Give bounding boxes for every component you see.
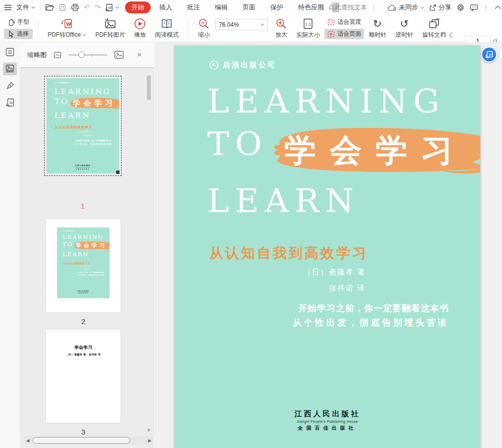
pdf-to-office-button[interactable]: W PDF转Office: [43, 16, 91, 40]
reading-mode-button[interactable]: 阅读模式: [150, 16, 183, 40]
publisher-block: 江西人民出版社 Jiangxi People's Publishing Hous…: [175, 409, 480, 432]
sidebar-horizontal-scrollbar[interactable]: ◀ ▶: [24, 436, 154, 445]
thumbnail-page-2[interactable]: 后浪出版公司 LEARNING TO 学会学习 LEARN 从认知自我到高效学习…: [46, 219, 121, 312]
pdf-to-image-icon: [104, 18, 117, 30]
zoom-out-label: 缩小: [198, 31, 210, 39]
word-doc-icon: W: [105, 3, 113, 12]
sync-status-label: 未同步: [399, 3, 418, 12]
tab-annotate[interactable]: 批注: [181, 1, 206, 13]
pdf-to-image-button[interactable]: PDF转图片: [91, 16, 129, 40]
export-word-button[interactable]: W: [105, 3, 120, 12]
hamburger-menu-icon[interactable]: [4, 4, 12, 11]
tab-edit[interactable]: 编辑: [208, 1, 234, 13]
select-tool-label: 选择: [17, 30, 29, 38]
sidebar-vertical-scrollbar[interactable]: [147, 75, 151, 100]
convert-to-word-float-button[interactable]: W: [481, 47, 497, 62]
zoom-in-icon: [275, 18, 287, 30]
cover-tagline-1: 开始学习之前，你一定要翻看这本书: [70, 272, 104, 274]
open-book-icon: [160, 18, 173, 30]
play-button[interactable]: 播放: [129, 16, 150, 40]
export-word-panel-button[interactable]: W: [3, 96, 17, 109]
thumbnail-panel-button[interactable]: [3, 62, 17, 75]
rotate-counterclockwise-button[interactable]: ↺ 逆时针: [391, 16, 418, 40]
cover-translator: 张祎诺 译: [63, 269, 90, 270]
share-button[interactable]: 分享: [429, 3, 451, 12]
actual-size-label: 实际大小: [296, 31, 320, 39]
undo-icon[interactable]: ↶: [84, 3, 90, 12]
document-viewer[interactable]: 后浪出版公司 LEARNING TO 学会学习 LEARN 从认知自我到高效学习…: [154, 42, 502, 448]
cover-translator: 张祎诺 译: [55, 135, 92, 137]
publisher-name-en: Jiangxi People's Publishing House: [175, 420, 480, 423]
outline-panel-button[interactable]: [3, 46, 17, 58]
scroll-left-arrow[interactable]: ◀: [24, 438, 32, 443]
tab-home[interactable]: 开始: [125, 1, 151, 13]
title-chinese: 学会学习: [76, 243, 107, 248]
svg-text:W: W: [489, 53, 492, 56]
cover-tagline-1: 开始学习之前，你一定要翻看这本书: [64, 139, 112, 142]
divider: [40, 3, 41, 11]
file-menu[interactable]: 文件: [16, 3, 36, 12]
settings-gear-icon[interactable]: [456, 3, 465, 12]
menubar: 文件 ↶ ↷ W 开始 插入 批注 编辑 页面 保护 特色应用 › 点此查找文本…: [0, 0, 502, 15]
collapse-ribbon-icon[interactable]: [495, 5, 501, 9]
annotation-panel-button[interactable]: [3, 79, 17, 92]
thumbnail-cover-2: 后浪出版公司 LEARNING TO 学会学习 LEARN 从认知自我到高效学习…: [57, 227, 110, 298]
word-doc-icon: W: [6, 98, 14, 107]
chevron-left-icon: [448, 32, 454, 39]
title-line-3: LEARN: [55, 112, 91, 119]
actual-size-button[interactable]: 1:1 实际大小: [292, 16, 324, 40]
close-panel-icon[interactable]: ×: [137, 50, 142, 60]
menubar-right-cluster: 未同步 分享 ⋮: [387, 0, 501, 15]
thumbnail-list: 后浪出版公司 LEARNING TO 学会学习 LEARN 从认知自我到高效学习…: [20, 68, 154, 436]
scroll-right-arrow[interactable]: ▶: [146, 438, 154, 443]
svg-text:W: W: [108, 6, 112, 10]
search-box[interactable]: 点此查找文本 ⋮: [317, 0, 377, 15]
hand-tool-button[interactable]: 手型: [4, 17, 33, 27]
zoom-out-button[interactable]: 缩小: [193, 16, 214, 40]
thumbnail-cover-1: 后浪出版公司 LEARNING TO 学会学习 LEARN 从认知自我到高效学习…: [47, 78, 119, 173]
thumbnail-page-1[interactable]: 后浪出版公司 LEARNING TO 学会学习 LEARN 从认知自我到高效学习…: [44, 76, 122, 176]
zoom-in-button[interactable]: 放大: [271, 16, 292, 40]
rotate-clockwise-label: 顺时针: [369, 31, 386, 39]
title-line-2: TO: [55, 98, 69, 106]
page-number-label: 3: [45, 428, 122, 436]
sync-status-button[interactable]: 未同步: [387, 3, 424, 12]
fit-page-button[interactable]: 适合页面: [324, 29, 364, 39]
scroll-down-arrow[interactable]: ▼: [145, 426, 153, 434]
thumbnail-page-3[interactable]: 学会学习 （日）斋藤孝 著，张祎诺 译: [46, 330, 121, 423]
more-options-icon[interactable]: ⋮: [483, 4, 490, 11]
tab-page[interactable]: 页面: [236, 1, 262, 13]
redo-icon[interactable]: ↷: [95, 3, 101, 12]
select-tool-button[interactable]: 选择: [4, 29, 33, 39]
rotate-clockwise-button[interactable]: ↺ 顺时针: [364, 16, 391, 40]
cursor-icon: [7, 30, 14, 38]
page-number-label: 2: [45, 317, 122, 326]
horizontal-scroll-thumb[interactable]: [33, 437, 130, 444]
feedback-comment-icon[interactable]: [470, 4, 478, 11]
small-thumbnail-icon[interactable]: [54, 52, 62, 58]
collapsed-panel-handle[interactable]: [499, 49, 502, 60]
word-export-icon: W: [485, 51, 494, 59]
fit-mode-group: 适合宽度 适合页面: [324, 16, 364, 40]
panel-title: 缩略图: [27, 51, 47, 59]
zoom-in-label: 放大: [275, 31, 287, 39]
fit-width-button[interactable]: 适合宽度: [324, 17, 364, 27]
slider-knob[interactable]: [78, 52, 85, 58]
zoom-level-select[interactable]: 76.04%: [215, 19, 268, 30]
sidebar-icon-strip: W: [0, 42, 20, 448]
publisher-block: 江西人民出版社 Jiangxi People's Publishing Hous…: [47, 165, 119, 170]
thumbnail-size-slider[interactable]: [68, 52, 107, 58]
print-icon[interactable]: [71, 3, 79, 11]
open-file-icon[interactable]: [45, 3, 54, 11]
tab-protect[interactable]: 保护: [264, 1, 290, 13]
publisher-award: 全国百佳出版社: [175, 425, 480, 432]
play-label: 播放: [134, 31, 146, 39]
tab-insert[interactable]: 插入: [153, 1, 179, 13]
save-icon[interactable]: [59, 3, 66, 11]
fit-width-icon: [327, 19, 335, 26]
selection-handle[interactable]: [116, 170, 120, 174]
svg-text:W: W: [9, 101, 13, 105]
rotate-document-icon: [428, 18, 440, 30]
large-thumbnail-icon[interactable]: [114, 51, 124, 59]
search-more-icon[interactable]: ⋮: [371, 4, 377, 11]
